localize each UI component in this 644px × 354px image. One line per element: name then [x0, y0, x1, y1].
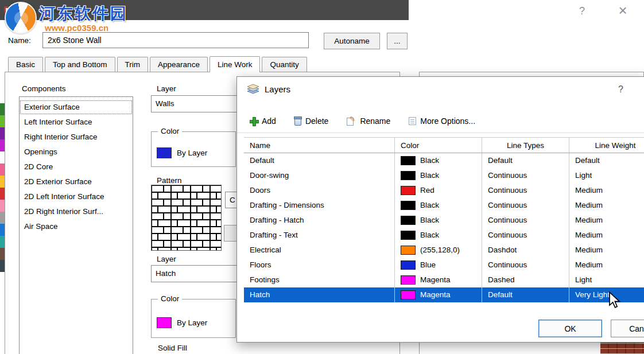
add-icon — [250, 117, 258, 125]
column-header-line-types: Line Types — [482, 138, 569, 153]
layer-color-swatch — [401, 156, 416, 165]
layer-color-name: Magenta — [420, 287, 451, 302]
layer-row-drafting-hatch[interactable]: Drafting - HatchBlackContinuousMedium — [244, 213, 644, 228]
layer-color-name: Red — [420, 183, 434, 198]
autoname-button[interactable]: Autoname — [324, 33, 380, 49]
delete-button[interactable]: Delete — [294, 116, 328, 126]
tab-quantity[interactable]: Quantity — [262, 57, 307, 72]
layer-row-floors[interactable]: FloorsBlueContinuousMedium — [244, 258, 644, 273]
layer-line-weight-cell: Medium — [569, 198, 644, 213]
layer-color-name: (255,128,0) — [420, 243, 460, 258]
layer-color-cell: Magenta — [395, 287, 482, 302]
pattern-label: Pattern — [157, 176, 182, 185]
color-palette-strip — [0, 103, 5, 272]
tab-top-and-bottom[interactable]: Top and Bottom — [45, 57, 115, 72]
tab-appearance[interactable]: Appearance — [150, 57, 208, 72]
component-item-2d-left-interior-surface[interactable]: 2D Left Interior Surface — [20, 189, 133, 204]
wall-layer-label: Layer — [157, 84, 176, 93]
rename-icon — [347, 116, 356, 125]
layer-color-name: Black — [420, 168, 439, 183]
column-header-line-weight: Line Weight — [569, 138, 644, 153]
palette-color-3 — [0, 139, 5, 151]
layer-name-cell: Footings — [244, 273, 395, 287]
layer-color-swatch — [401, 275, 416, 285]
component-item-2d-core[interactable]: 2D Core — [20, 160, 133, 174]
components-list: Exterior SurfaceLeft Interior SurfaceRig… — [19, 96, 133, 354]
rename-button[interactable]: Rename — [347, 116, 390, 126]
layer-row-hatch[interactable]: HatchMagentaDefaultVery Light — [244, 287, 644, 302]
component-item-left-interior-surface[interactable]: Left Interior Surface — [20, 115, 133, 130]
layer-row-drafting-text[interactable]: Drafting - TextBlackContinuousMedium — [244, 228, 644, 243]
layer-color-name: Black — [420, 213, 439, 228]
wall-color-swatch[interactable] — [157, 147, 172, 158]
hatch-color-label: Color — [158, 294, 182, 303]
stone-pattern-image — [152, 185, 221, 250]
layer-color-cell: (255,128,0) — [395, 243, 482, 258]
layer-color-name: Black — [420, 198, 439, 213]
name-browse-button[interactable]: ... — [387, 33, 408, 49]
layer-row-drafting-dimensions[interactable]: Drafting - DimensionsBlackContinuousMedi… — [244, 198, 644, 213]
palette-color-0 — [0, 103, 5, 115]
wall-layer-combo[interactable]: Walls — [151, 95, 250, 112]
palette-color-9 — [0, 212, 5, 224]
layer-color-swatch — [401, 246, 416, 255]
layer-row-electrical[interactable]: Electrical(255,128,0)DashdotMedium — [244, 243, 644, 258]
tab-trim[interactable]: Trim — [117, 57, 149, 72]
layers-help-button[interactable]: ? — [618, 84, 623, 95]
layer-color-swatch — [401, 231, 416, 240]
pattern-preview[interactable] — [151, 185, 222, 251]
delete-label: Delete — [305, 116, 328, 126]
cancel-button[interactable]: Cancel — [611, 320, 644, 337]
window-close-button[interactable]: × — [611, 1, 635, 20]
layer-line-type-cell: Dashed — [482, 273, 569, 287]
more-options-button[interactable]: More Options... — [409, 116, 475, 126]
hatch-color-swatch[interactable] — [157, 317, 172, 328]
add-button[interactable]: Add — [250, 116, 276, 126]
layer-line-type-cell: Continuous — [482, 213, 569, 228]
layer-name-cell: Door-swing — [244, 168, 395, 183]
watermark: 河东软件园 www.pc0359.cn — [0, 0, 138, 38]
layer-line-weight-cell: Medium — [569, 243, 644, 258]
layer-color-name: Black — [420, 228, 439, 243]
layer-line-type-cell: Continuous — [482, 258, 569, 273]
layer-color-name: Blue — [420, 258, 436, 273]
component-item-openings[interactable]: Openings — [20, 145, 133, 160]
palette-color-11 — [0, 236, 5, 248]
window-help-button[interactable]: ? — [574, 3, 590, 18]
hatch-layer-combo[interactable]: Hatch — [151, 265, 250, 282]
layer-line-weight-cell: Light — [569, 168, 644, 183]
tab-strip: BasicTop and BottomTrimAppearanceLine Wo… — [8, 57, 309, 73]
layers-table-header: NameColorLine TypesLine Weight — [244, 137, 644, 153]
component-item-exterior-surface[interactable]: Exterior Surface — [20, 100, 133, 115]
ok-button[interactable]: OK — [538, 320, 602, 337]
component-item-air-space[interactable]: Air Space — [20, 219, 133, 234]
layer-color-swatch — [401, 216, 416, 225]
layer-color-cell: Black — [395, 198, 482, 213]
layer-name-cell: Drafting - Dimensions — [244, 198, 395, 213]
palette-color-7 — [0, 188, 5, 200]
screen: Wall - (Document) ? × Name: Autoname ...… — [0, 0, 644, 354]
layer-color-name: Magenta — [420, 273, 451, 287]
wall-color-value: By Layer — [177, 149, 207, 157]
layers-table-body: DefaultBlackDefaultDefaultDoor-swingBlac… — [244, 153, 644, 302]
tab-line-work[interactable]: Line Work — [210, 56, 261, 72]
layer-line-weight-cell: Medium — [569, 213, 644, 228]
layer-color-cell: Black — [395, 228, 482, 243]
layer-row-doors[interactable]: DoorsRedContinuousMedium — [244, 183, 644, 198]
layer-color-cell: Black — [395, 153, 482, 168]
hatch-layer-value: Hatch — [156, 269, 176, 278]
tab-basic[interactable]: Basic — [8, 57, 43, 72]
component-item-2d-exterior-surface[interactable]: 2D Exterior Surface — [20, 174, 133, 189]
wall-layer-value: Walls — [156, 99, 174, 108]
layer-name-cell: Doors — [244, 183, 395, 198]
layer-row-footings[interactable]: FootingsMagentaDashedLight — [244, 273, 644, 287]
layer-name-cell: Drafting - Text — [244, 228, 395, 243]
wall-color-label: Color — [158, 127, 182, 135]
layer-row-door-swing[interactable]: Door-swingBlackContinuousLight — [244, 168, 644, 183]
column-header-name: Name — [244, 138, 395, 153]
layer-row-default[interactable]: DefaultBlackDefaultDefault — [244, 153, 644, 168]
components-label: Components — [22, 84, 66, 93]
component-item-2d-right-interior-surf[interactable]: 2D Right Interior Surf... — [20, 204, 133, 219]
component-item-right-interior-surface[interactable]: Right Interior Surface — [20, 130, 133, 145]
solid-fill-label: Solid Fill — [158, 344, 187, 352]
